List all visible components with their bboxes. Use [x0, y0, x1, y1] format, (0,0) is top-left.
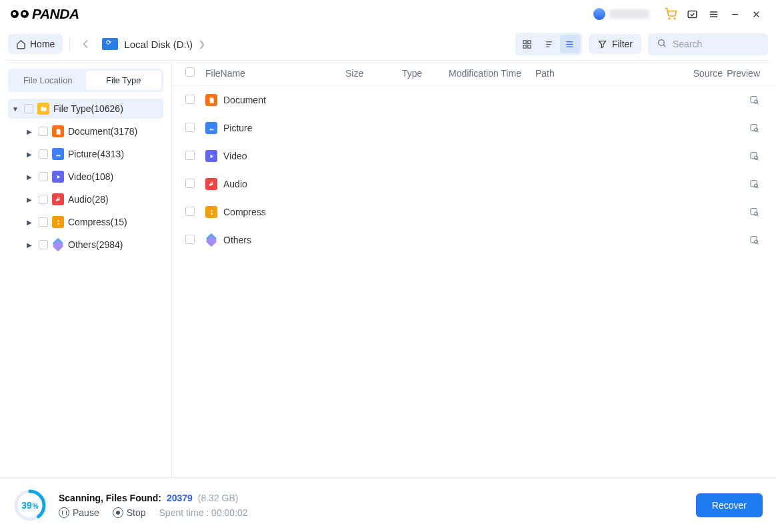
tree-node[interactable]: ▶Document(3178) — [23, 121, 163, 141]
tree-node-checkbox[interactable] — [39, 195, 48, 204]
user-info[interactable] — [593, 8, 649, 20]
progress-ring: 39% — [13, 489, 47, 522]
row-label: Compress — [223, 207, 266, 217]
svg-point-30 — [754, 128, 757, 131]
inbox-icon[interactable] — [681, 3, 703, 25]
preview-button[interactable] — [747, 92, 763, 108]
chevron-right-icon[interactable]: ▶ — [27, 151, 35, 158]
col-filename[interactable]: FileName — [205, 68, 345, 79]
tree-node-label: Document(3178) — [68, 126, 137, 137]
tree-node[interactable]: ▶Picture(4313) — [23, 144, 163, 164]
svg-line-37 — [757, 187, 759, 189]
row-checkbox[interactable] — [185, 95, 195, 104]
tree-node-label: Compress(15) — [68, 217, 127, 227]
doc-icon — [205, 94, 217, 106]
close-icon[interactable] — [745, 3, 767, 25]
preview-button[interactable] — [747, 148, 763, 164]
table-row[interactable]: Audio — [172, 170, 776, 198]
table-row[interactable]: Document — [172, 86, 776, 114]
tree-node[interactable]: ▶Audio(28) — [23, 189, 163, 209]
other-icon — [205, 234, 217, 246]
view-list-button[interactable] — [560, 35, 580, 53]
comp-icon — [205, 206, 217, 218]
row-checkbox[interactable] — [185, 151, 195, 160]
tree-root-checkbox[interactable] — [24, 104, 33, 113]
cart-icon[interactable] — [660, 3, 681, 25]
row-label: Video — [223, 151, 247, 161]
view-mode-group — [515, 33, 582, 55]
col-path[interactable]: Path — [535, 68, 683, 79]
row-checkbox[interactable] — [185, 235, 195, 244]
toolbar: Home Local Disk (D:\) ❯ Filter — [0, 28, 776, 60]
search-input[interactable] — [673, 39, 759, 49]
tree-node-label: Others(2984) — [68, 239, 123, 250]
home-button[interactable]: Home — [8, 34, 63, 54]
minimize-icon[interactable] — [724, 3, 745, 25]
chevron-down-icon[interactable]: ▼ — [12, 105, 20, 113]
user-id-blurred — [609, 9, 649, 19]
svg-line-31 — [757, 131, 759, 133]
tree-node[interactable]: ▶Video(108) — [23, 167, 163, 187]
tree-node[interactable]: ▶Others(2984) — [23, 235, 163, 255]
tree-node-checkbox[interactable] — [39, 172, 48, 181]
row-label: Others — [223, 235, 251, 245]
recover-button[interactable]: Recover — [696, 493, 763, 517]
files-size: (8.32 GB) — [198, 493, 239, 503]
comp-icon — [52, 216, 64, 228]
breadcrumb[interactable]: Local Disk (D:\) ❯ — [102, 38, 205, 50]
tree-node-checkbox[interactable] — [39, 127, 48, 136]
tab-file-type[interactable]: File Type — [86, 71, 162, 90]
aud-icon — [205, 178, 217, 190]
column-headers: FileName Size Type Modification Time Pat… — [172, 61, 776, 86]
spent-time: Spent time : 00:00:02 — [159, 507, 248, 518]
preview-button[interactable] — [747, 232, 763, 248]
preview-button[interactable] — [747, 204, 763, 220]
pic-icon — [52, 148, 64, 160]
tree-node-checkbox[interactable] — [39, 217, 48, 227]
chevron-right-icon[interactable]: ▶ — [27, 219, 35, 226]
chevron-right-icon: ❯ — [199, 39, 205, 49]
table-row[interactable]: Picture — [172, 114, 776, 142]
stop-button[interactable]: Stop — [113, 507, 146, 518]
menu-icon[interactable] — [703, 3, 724, 25]
search-box[interactable] — [648, 33, 768, 55]
row-label: Audio — [223, 179, 247, 189]
preview-button[interactable] — [747, 176, 763, 192]
row-checkbox[interactable] — [185, 123, 195, 132]
svg-rect-2 — [688, 11, 697, 17]
svg-rect-41 — [751, 237, 757, 243]
tree-node-label: Audio(28) — [68, 194, 109, 205]
tree-node-checkbox[interactable] — [39, 240, 48, 249]
row-checkbox[interactable] — [185, 207, 195, 216]
pause-button[interactable]: Pause — [59, 507, 99, 518]
svg-point-22 — [659, 39, 665, 45]
view-detail-button[interactable] — [539, 35, 559, 53]
col-modification[interactable]: Modification Time — [449, 68, 535, 79]
col-type[interactable]: Type — [402, 68, 449, 79]
table-row[interactable]: Compress — [172, 198, 776, 226]
tab-file-location[interactable]: File Location — [10, 71, 86, 90]
table-row[interactable]: Video — [172, 142, 776, 170]
view-grid-button[interactable] — [517, 35, 537, 53]
divider — [69, 37, 70, 51]
col-preview[interactable]: Preview — [723, 68, 763, 79]
chevron-right-icon[interactable]: ▶ — [27, 196, 35, 203]
select-all-checkbox[interactable] — [185, 67, 195, 77]
tree-node-label: Video(108) — [68, 171, 113, 182]
tree-root[interactable]: ▼ File Type(10626) — [8, 99, 163, 119]
chevron-right-icon[interactable]: ▶ — [27, 128, 35, 135]
table-row[interactable]: Others — [172, 226, 776, 254]
col-source[interactable]: Source — [683, 68, 723, 79]
chevron-right-icon[interactable]: ▶ — [27, 173, 35, 181]
filter-button[interactable]: Filter — [589, 34, 641, 54]
back-button[interactable] — [77, 35, 95, 53]
tree-node-checkbox[interactable] — [39, 149, 48, 159]
preview-button[interactable] — [747, 120, 763, 136]
chevron-right-icon[interactable]: ▶ — [27, 241, 35, 249]
svg-line-34 — [757, 159, 759, 161]
row-checkbox[interactable] — [185, 179, 195, 188]
tree-node[interactable]: ▶Compress(15) — [23, 212, 163, 232]
svg-line-40 — [757, 215, 759, 217]
col-size[interactable]: Size — [345, 68, 402, 79]
doc-icon — [52, 125, 64, 137]
